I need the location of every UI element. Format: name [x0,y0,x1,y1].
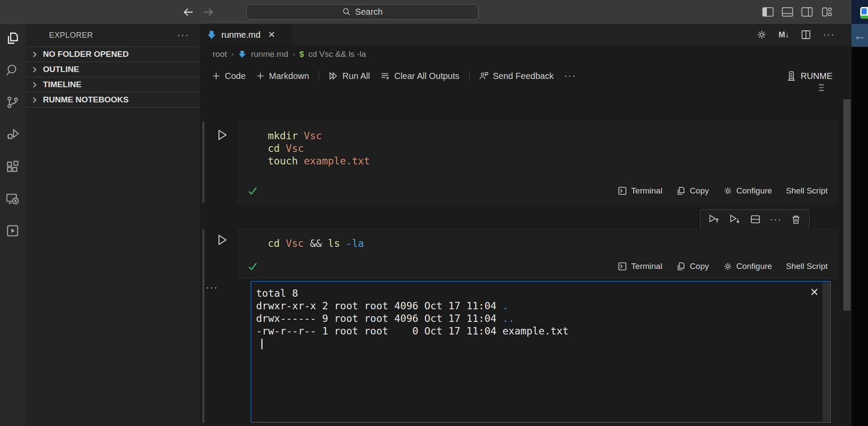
editor-more-icon[interactable]: ··· [823,29,835,40]
send-feedback-button[interactable]: Send Feedback [474,69,559,84]
button-label: Copy [690,186,709,196]
cell-focus-bar[interactable] [202,229,204,279]
text-cursor [261,339,263,349]
button-label: Configure [736,262,772,271]
tab-bar: runme.md ✕ M↓ ··· [200,24,852,46]
customize-layout-icon[interactable] [821,7,832,17]
toggle-secondary-sidebar-icon[interactable] [801,7,813,17]
shell-script-button[interactable]: Shell Script [786,262,828,271]
button-label: Shell Script [786,186,828,196]
copy-icon [676,186,686,196]
toolbar-divider [469,71,470,81]
remote-explorer-icon[interactable] [6,192,20,206]
output-close-icon[interactable]: ✕ [810,287,819,298]
cell-status-buttons: TerminalCopyConfigureShell Script [618,186,828,196]
code-cell-1[interactable]: mkdir Vsccd Vsctouch example.txt Termina… [238,121,837,203]
runme-notebooks-icon[interactable] [6,224,20,238]
output-more-icon[interactable]: ··· [206,282,218,293]
toolbar-more-icon[interactable]: ··· [559,68,582,84]
notebook-area: mkdir Vsccd Vsctouch example.txt Termina… [200,89,852,426]
tab-runme-md[interactable]: runme.md ✕ [200,24,293,46]
add-markdown-cell-button[interactable]: Markdown [251,69,314,84]
configure-button[interactable]: Configure [723,262,772,271]
notebook-toolbar: Code Markdown Run All Clear All Outputs … [200,63,852,89]
section-label: TIMELINE [43,80,82,89]
chevron-right-icon [30,81,39,89]
execute-below-icon[interactable] [729,213,741,225]
sidebar-section-no-folder-opened[interactable]: NO FOLDER OPENED [25,46,200,62]
execute-above-icon[interactable] [708,213,720,225]
terminal-button[interactable]: Terminal [618,186,662,196]
extensions-icon[interactable] [6,160,20,174]
toggle-primary-sidebar-icon[interactable] [762,7,774,17]
split-cell-icon[interactable] [750,214,761,225]
plus-icon [256,72,265,80]
sidebar-section-outline[interactable]: OUTLINE [25,62,200,77]
toolbar-divider [319,71,319,81]
chevron-right-icon: › [293,50,295,59]
send-feedback-icon [479,71,489,81]
configure-button[interactable]: Configure [723,186,772,196]
run-and-debug-icon[interactable] [6,128,20,141]
cell-focus-bar[interactable] [202,275,204,423]
back-icon[interactable]: ← [853,28,866,43]
section-label: OUTLINE [43,65,79,74]
split-editor-icon[interactable] [801,29,811,40]
gear-icon[interactable] [756,29,767,40]
terminal-icon [618,262,627,271]
sidebar-more-icon[interactable]: ··· [177,33,189,37]
code-line: total 8 [256,287,830,300]
search-label: Search [355,7,382,17]
layout-controls [762,0,832,24]
source-control-icon[interactable] [6,95,20,109]
button-label: Terminal [631,262,662,271]
button-label: Terminal [631,186,662,196]
success-check-icon [247,185,258,197]
button-label: Shell Script [786,262,828,271]
run-all-button[interactable]: Run All [323,69,375,84]
forward-icon[interactable] [202,6,214,18]
explorer-icon[interactable] [6,31,20,45]
run-cell-button[interactable] [215,128,229,142]
titlebar: Search [0,0,852,24]
breadcrumb: root › runme.md › $ cd Vsc && ls -la [200,46,852,63]
copy-icon [676,262,686,271]
breadcrumb-file[interactable]: runme.md [251,49,288,59]
gear-icon [723,186,733,196]
copy-button[interactable]: Copy [676,186,709,196]
output-scrollbar[interactable] [822,282,830,422]
tab-close-icon[interactable]: ✕ [268,29,276,40]
copy-button[interactable]: Copy [676,262,709,271]
add-code-cell-button[interactable]: Code [207,69,251,84]
more-actions-icon[interactable]: ··· [770,214,782,225]
markdown-preview-icon[interactable]: M↓ [779,30,789,39]
clear-all-outputs-icon [380,71,390,81]
breadcrumb-prompt: $ [299,49,304,59]
adjacent-window-toolbar: ← [852,24,868,47]
clear-all-outputs-button[interactable]: Clear All Outputs [375,69,464,84]
run-cell-button[interactable] [215,233,229,247]
search-view-icon[interactable] [6,63,20,77]
search-input[interactable]: Search [246,4,479,20]
sidebar-section-timeline[interactable]: TIMELINE [25,77,200,92]
code-cell-2[interactable]: cd Vsc && ls -la TerminalCopyConfigureSh… [238,229,837,279]
chevron-right-icon [30,66,39,74]
delete-cell-icon[interactable] [791,214,801,225]
cell-code-editor[interactable]: cd Vsc && ls -la [238,229,836,250]
terminal-button[interactable]: Terminal [618,262,662,271]
vscode-window: Search [0,0,868,426]
back-icon[interactable] [182,6,194,18]
toggle-panel-icon[interactable] [782,7,793,17]
editor-scrollbar[interactable] [843,99,851,311]
code-line: cd Vsc && ls -la [268,237,836,250]
cell-focus-bar[interactable] [202,121,204,203]
adjacent-window-titlebar [852,0,868,24]
breadcrumb-command[interactable]: cd Vsc && ls -la [308,49,366,59]
breadcrumb-root[interactable]: root [213,49,227,59]
terminal-icon [618,186,627,196]
cell-output[interactable]: total 8drwxr-xr-x 2 root root 4096 Oct 1… [251,281,831,423]
shell-script-button[interactable]: Shell Script [786,186,828,196]
editor-group: runme.md ✕ M↓ ··· root › runme.md › [200,24,852,426]
cell-code-editor[interactable]: mkdir Vsccd Vsctouch example.txt [238,122,836,167]
sidebar-section-runme-notebooks[interactable]: RUNME NOTEBOOKS [25,92,200,107]
